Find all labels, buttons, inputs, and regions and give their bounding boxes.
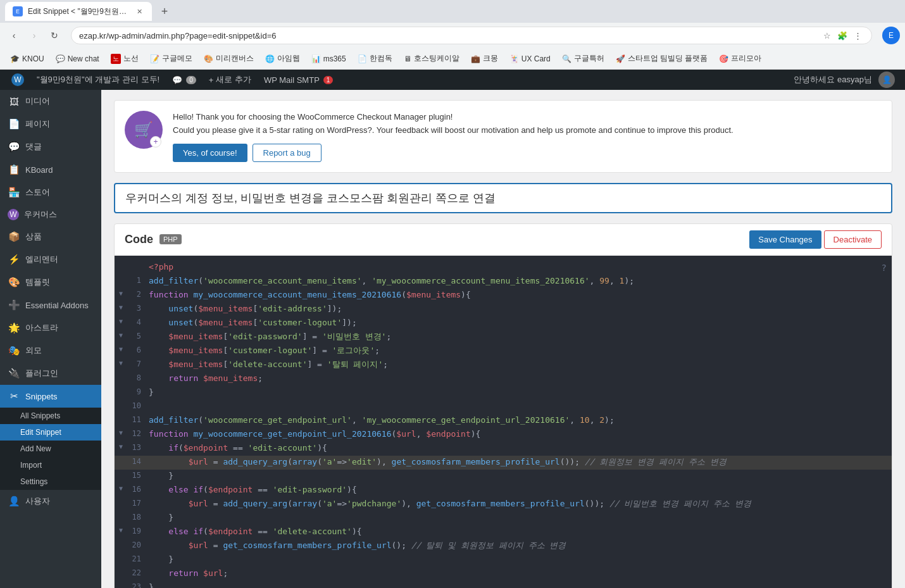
bookmark-ms365[interactable]: 📊 ms365 xyxy=(306,52,351,66)
wp-logo-icon: W xyxy=(11,73,24,86)
appearance-icon: 🎭 xyxy=(8,344,20,357)
greeting-text: 안녕하세요 easyap님 xyxy=(794,74,872,85)
bookmark-miricanvas[interactable]: 🎨 미리캔버스 xyxy=(199,51,259,66)
sidebar-subitem-settings[interactable]: Settings xyxy=(0,473,101,490)
uxcard-icon: 🃏 xyxy=(509,54,519,63)
freemore-icon: 🎯 xyxy=(719,54,728,63)
miricanvas-icon: 🎨 xyxy=(204,54,213,63)
plugins-icon: 🔌 xyxy=(8,367,20,380)
startup-icon: 🚀 xyxy=(616,54,625,63)
yes-button[interactable]: Yes, of course! xyxy=(173,144,247,162)
wp-sidebar: 🖼 미디어 📄 페이지 💬 댓글 📋 KBoard 🏪 스토어 W 우커머스 📦… xyxy=(0,90,101,588)
site-name-button[interactable]: "월9만9천원"에 개발과 관리 모두! xyxy=(30,70,166,90)
menu-icon[interactable]: ⋮ xyxy=(851,29,864,42)
bookmark-imweb[interactable]: 🌐 아임웹 xyxy=(260,51,305,66)
sidebar-item-media[interactable]: 🖼 미디어 xyxy=(0,90,101,113)
wp-logo-button[interactable]: W xyxy=(5,70,30,90)
templates-icon: 🎨 xyxy=(8,276,20,289)
deactivate-button[interactable]: Deactivate xyxy=(824,230,882,249)
sidebar-item-essential-addons[interactable]: ➕ Essential Addons xyxy=(0,294,101,316)
code-section: Code PHP Save Changes Deactivate ? xyxy=(114,223,892,588)
bookmark-uxcard[interactable]: 🃏 UX Card xyxy=(504,52,556,66)
php-badge: PHP xyxy=(159,234,182,244)
browser-tab[interactable]: E Edit Snippet < "월9만9천원"에 ㅁ ✕ xyxy=(5,2,152,21)
bookmarks-bar: 🎓 KNOU 💬 New chat 노 노선 📝 구글메모 🎨 미리캔버스 🌐 … xyxy=(0,48,905,70)
wpmailsmtp-label: WP Mail SMTP xyxy=(264,75,320,85)
kmong-icon: 💼 xyxy=(471,54,480,63)
sidebar-item-astra[interactable]: 🌟 아스트라 xyxy=(0,316,101,339)
comments-icon: 💬 xyxy=(172,75,182,85)
sidebar-item-snippets[interactable]: ✂ Snippets xyxy=(0,385,101,408)
sidebar-subitem-edit-snippet[interactable]: Edit Snippet xyxy=(0,424,101,441)
forward-button[interactable]: › xyxy=(25,27,43,44)
astra-icon: 🌟 xyxy=(8,322,20,334)
bookmark-kmong[interactable]: 💼 크몽 xyxy=(466,51,503,66)
tab-close-button[interactable]: ✕ xyxy=(134,6,144,16)
sidebar-item-comments[interactable]: 💬 댓글 xyxy=(0,135,101,158)
notice-line2: Could you please give it a 5-star rating… xyxy=(173,124,882,137)
bookmark-google-memo[interactable]: 📝 구글메모 xyxy=(145,51,197,66)
new-item-label: 새로 추가 xyxy=(216,74,251,85)
back-button[interactable]: ‹ xyxy=(5,27,23,44)
notice-text: Hello! Thank you for choosing the WooCom… xyxy=(173,111,882,162)
bookmark-nosen[interactable]: 노 노선 xyxy=(106,51,144,66)
bookmark-star-icon[interactable]: ☆ xyxy=(821,29,833,42)
elementor-icon: ⚡ xyxy=(8,253,20,266)
wpmailsmtp-button[interactable]: WP Mail SMTP 1 xyxy=(258,70,339,90)
code-editor[interactable]: ? <?php 1 add_filter('woocommerce_accoun… xyxy=(115,256,892,588)
sidebar-item-pages[interactable]: 📄 페이지 xyxy=(0,113,101,135)
bookmark-startup[interactable]: 🚀 스타트업 팀빌딩 플랫폼 xyxy=(611,51,713,66)
media-icon: 🖼 xyxy=(8,95,20,108)
plus-icon: + xyxy=(209,75,214,85)
sidebar-item-users[interactable]: 👤 사용자 xyxy=(0,490,101,513)
wpmailsmtp-badge: 1 xyxy=(323,76,334,84)
sidebar-subitem-import[interactable]: Import xyxy=(0,457,101,473)
question-mark-icon[interactable]: ? xyxy=(882,261,887,275)
bookmark-hancom[interactable]: 📄 한컴독 xyxy=(353,51,397,66)
woocommerce-icon: W xyxy=(8,209,19,220)
sidebar-item-appearance[interactable]: 🎭 외모 xyxy=(0,339,101,362)
notice-line1: Hello! Thank you for choosing the WooCom… xyxy=(173,111,882,124)
sidebar-subitem-all-snippets[interactable]: All Snippets xyxy=(0,408,101,424)
plugin-icon: 🛒 + xyxy=(125,111,163,149)
save-changes-button[interactable]: Save Changes xyxy=(749,230,821,249)
imweb-icon: 🌐 xyxy=(265,54,275,63)
refresh-button[interactable]: ↻ xyxy=(46,27,63,44)
tab-title: Edit Snippet < "월9만9천원"에 ㅁ xyxy=(28,6,129,17)
bookmark-new-chat[interactable]: 💬 New chat xyxy=(51,52,104,66)
comments-button[interactable]: 💬 0 xyxy=(166,70,203,90)
hancom-icon: 📄 xyxy=(358,54,367,63)
browser-nav-bar: ‹ › ↻ ezap.kr/wp-admin/admin.php?page=ed… xyxy=(0,23,905,48)
extension-icon[interactable]: 🧩 xyxy=(836,29,849,42)
wp-admin-bar: W "월9만9천원"에 개발과 관리 모두! 💬 0 + 새로 추가 WP Ma… xyxy=(0,70,905,90)
address-bar[interactable]: ezap.kr/wp-admin/admin.php?page=edit-sni… xyxy=(71,27,872,44)
nosen-icon: 노 xyxy=(111,54,121,64)
sidebar-item-store[interactable]: 🏪 스토어 xyxy=(0,181,101,204)
bookmark-google-patent[interactable]: 🔍 구글특허 xyxy=(557,51,609,66)
snippet-title-bar[interactable]: 우커머스의 계정 정보, 비밀번호 변경을 코스모스팜 회원관리 쪽으로 연결 xyxy=(114,183,892,213)
sidebar-item-products[interactable]: 📦 상품 xyxy=(0,225,101,248)
user-greeting[interactable]: 안녕하세요 easyap님 xyxy=(787,70,878,90)
profile-avatar[interactable]: E xyxy=(882,27,900,44)
url-text: ezap.kr/wp-admin/admin.php?page=edit-sni… xyxy=(79,31,276,41)
chat-icon: 💬 xyxy=(56,54,65,63)
sidebar-item-templates[interactable]: 🎨 템플릿 xyxy=(0,271,101,294)
tab-favicon: E xyxy=(13,6,23,16)
bookmark-knou[interactable]: 🎓 KNOU xyxy=(5,52,49,66)
sidebar-item-elementor[interactable]: ⚡ 엘리멘터 xyxy=(0,248,101,271)
sidebar-item-woocommerce[interactable]: W 우커머스 xyxy=(0,204,101,225)
new-item-button[interactable]: + 새로 추가 xyxy=(203,70,258,90)
store-icon: 🏪 xyxy=(8,186,20,199)
google-patent-icon: 🔍 xyxy=(562,54,571,63)
bookmark-freemore[interactable]: 🎯 프리모아 xyxy=(714,51,766,66)
sidebar-item-kboard[interactable]: 📋 KBoard xyxy=(0,158,101,181)
new-tab-button[interactable]: + xyxy=(156,3,173,20)
bookmark-hosting[interactable]: 🖥 호스팅케이알 xyxy=(399,51,465,66)
users-icon: 👤 xyxy=(8,495,20,508)
sidebar-subitem-add-new[interactable]: Add New xyxy=(0,441,101,457)
snippet-title-text: 우커머스의 계정 정보, 비밀번호 변경을 코스모스팜 회원관리 쪽으로 연결 xyxy=(125,192,496,204)
kboard-icon: 📋 xyxy=(8,163,20,176)
pages-icon: 📄 xyxy=(8,118,20,130)
report-bug-button[interactable]: Report a bug xyxy=(253,144,321,162)
sidebar-item-plugins[interactable]: 🔌 플러그인 xyxy=(0,362,101,385)
